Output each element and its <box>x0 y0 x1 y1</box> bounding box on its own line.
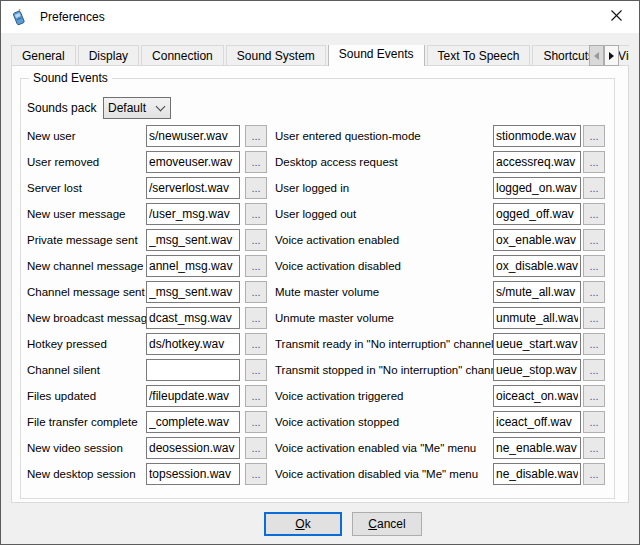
sound-events-left-column: New user ... User removed ... Server los… <box>27 125 272 489</box>
sound-file-input[interactable] <box>493 125 581 147</box>
sound-event-label: Transmit ready in "No interruption" chan… <box>275 338 493 350</box>
browse-button[interactable]: ... <box>583 177 605 199</box>
sound-event-row: Files updated ... <box>27 385 272 407</box>
sound-file-input[interactable] <box>493 307 581 329</box>
sound-event-row: Voice activation enabled ... <box>275 229 613 251</box>
triangle-right-icon <box>609 52 614 60</box>
sound-event-label: Voice activation disabled via "Me" menu <box>275 468 493 480</box>
sound-event-label: User logged in <box>275 182 493 194</box>
sound-file-input[interactable] <box>146 177 240 199</box>
browse-button[interactable]: ... <box>583 359 605 381</box>
sound-file-input[interactable] <box>146 255 240 277</box>
tab-general[interactable]: General <box>11 45 76 66</box>
sound-event-label: New video session <box>27 442 146 454</box>
sound-file-input[interactable] <box>146 463 240 485</box>
browse-button[interactable]: ... <box>245 281 267 303</box>
sound-event-row: Channel message sent ... <box>27 281 272 303</box>
sound-event-label: Channel message sent <box>27 286 146 298</box>
browse-button[interactable]: ... <box>583 307 605 329</box>
sound-event-row: User logged out ... <box>275 203 613 225</box>
browse-button[interactable]: ... <box>583 333 605 355</box>
browse-button[interactable]: ... <box>583 125 605 147</box>
sound-event-row: Private message sent ... <box>27 229 272 251</box>
ok-button-label: Ok <box>295 517 310 531</box>
sound-file-input[interactable] <box>493 203 581 225</box>
browse-button[interactable]: ... <box>583 229 605 251</box>
sound-file-input[interactable] <box>493 333 581 355</box>
browse-button[interactable]: ... <box>583 151 605 173</box>
browse-button[interactable]: ... <box>245 177 267 199</box>
sound-event-label: New user <box>27 130 146 142</box>
sound-file-input[interactable] <box>146 385 240 407</box>
ok-button[interactable]: Ok <box>264 512 342 536</box>
sound-event-label: Voice activation disabled <box>275 260 493 272</box>
browse-button[interactable]: ... <box>245 307 267 329</box>
sound-file-input[interactable] <box>493 177 581 199</box>
sound-event-row: User entered question-mode ... <box>275 125 613 147</box>
tab-sound-events[interactable]: Sound Events <box>328 45 425 66</box>
browse-button[interactable]: ... <box>245 385 267 407</box>
browse-button[interactable]: ... <box>583 385 605 407</box>
sound-file-input[interactable] <box>493 411 581 433</box>
sound-file-input[interactable] <box>146 151 240 173</box>
sound-event-row: User logged in ... <box>275 177 613 199</box>
sound-file-input[interactable] <box>146 307 240 329</box>
sound-events-groupbox: Sound Events Sounds pack Default New use… <box>20 78 615 499</box>
sound-event-label: New broadcast message <box>27 312 146 324</box>
browse-button[interactable]: ... <box>245 151 267 173</box>
browse-button[interactable]: ... <box>583 281 605 303</box>
browse-button[interactable]: ... <box>583 255 605 277</box>
sound-event-label: Voice activation stopped <box>275 416 493 428</box>
browse-button[interactable]: ... <box>583 437 605 459</box>
sounds-pack-select[interactable]: Default <box>103 97 171 119</box>
browse-button[interactable]: ... <box>245 203 267 225</box>
sound-file-input[interactable] <box>493 463 581 485</box>
groupbox-title: Sound Events <box>29 71 112 85</box>
browse-button[interactable]: ... <box>245 333 267 355</box>
browse-button[interactable]: ... <box>583 203 605 225</box>
browse-button[interactable]: ... <box>245 411 267 433</box>
cancel-button[interactable]: Cancel <box>352 512 422 536</box>
sound-file-input[interactable] <box>493 151 581 173</box>
sound-file-input[interactable] <box>146 281 240 303</box>
tab-sound-system[interactable]: Sound System <box>226 45 326 66</box>
browse-button[interactable]: ... <box>583 411 605 433</box>
sound-file-input[interactable] <box>146 437 240 459</box>
sound-file-input[interactable] <box>146 333 240 355</box>
close-button[interactable] <box>594 1 639 32</box>
tab-scroll-left-button <box>589 45 604 66</box>
sound-event-row: Desktop access request ... <box>275 151 613 173</box>
tab-connection[interactable]: Connection <box>141 45 224 66</box>
sound-event-row: Channel silent ... <box>27 359 272 381</box>
browse-button[interactable]: ... <box>245 125 267 147</box>
tab-scroll-right-button[interactable] <box>604 45 619 66</box>
title-bar: Preferences <box>1 1 639 33</box>
sound-file-input[interactable] <box>146 125 240 147</box>
sound-event-label: Transmit stopped in "No interruption" ch… <box>275 364 493 376</box>
tab-text-to-speech[interactable]: Text To Speech <box>427 45 531 66</box>
sound-file-input[interactable] <box>146 229 240 251</box>
browse-button[interactable]: ... <box>583 463 605 485</box>
sound-file-input[interactable] <box>493 385 581 407</box>
browse-button[interactable]: ... <box>245 359 267 381</box>
browse-button[interactable]: ... <box>245 229 267 251</box>
browse-button[interactable]: ... <box>245 437 267 459</box>
sound-file-input[interactable] <box>493 255 581 277</box>
sound-event-row: New user message ... <box>27 203 272 225</box>
browse-button[interactable]: ... <box>245 255 267 277</box>
sound-event-row: New desktop session ... <box>27 463 272 485</box>
close-icon <box>611 9 622 24</box>
sound-event-row: Unmute master volume ... <box>275 307 613 329</box>
sound-file-input[interactable] <box>146 359 240 381</box>
sound-file-input[interactable] <box>146 411 240 433</box>
sound-event-row: User removed ... <box>27 151 272 173</box>
sound-file-input[interactable] <box>493 229 581 251</box>
sound-file-input[interactable] <box>493 281 581 303</box>
sound-file-input[interactable] <box>493 437 581 459</box>
sound-file-input[interactable] <box>146 203 240 225</box>
tab-display[interactable]: Display <box>78 45 139 66</box>
sound-file-input[interactable] <box>493 359 581 381</box>
triangle-left-icon <box>594 52 599 60</box>
browse-button[interactable]: ... <box>245 463 267 485</box>
sound-event-label: New channel message <box>27 260 146 272</box>
